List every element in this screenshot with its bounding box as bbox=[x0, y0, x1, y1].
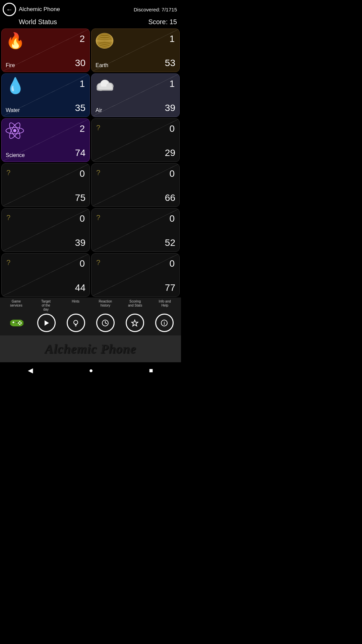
header: ← Alchemic Phone Discovered: 7/1715 bbox=[0, 0, 181, 17]
element-bottom-count: 30 bbox=[75, 58, 85, 68]
unknown-icon: ? bbox=[6, 213, 10, 222]
svg-rect-26 bbox=[16, 322, 18, 323]
unknown-icon: ? bbox=[96, 258, 100, 267]
element-card-unknown4[interactable]: ? 0 39 bbox=[1, 208, 90, 252]
svg-point-22 bbox=[19, 321, 20, 322]
unknown-icon: ? bbox=[6, 258, 10, 267]
element-top-count: 0 bbox=[79, 213, 85, 224]
svg-rect-21 bbox=[13, 321, 14, 323]
element-card-unknown1[interactable]: ? 0 29 bbox=[91, 118, 180, 162]
back-icon: ← bbox=[6, 6, 13, 13]
world-status-label: World Status bbox=[19, 18, 57, 26]
svg-rect-32 bbox=[75, 326, 76, 326]
nav-label-target-of-the-day: Target of the day bbox=[31, 300, 61, 312]
element-card-unknown5[interactable]: ? 0 52 bbox=[91, 208, 180, 252]
element-bottom-count: 66 bbox=[165, 193, 175, 203]
svg-marker-36 bbox=[132, 320, 138, 326]
atom-icon bbox=[5, 122, 25, 141]
unknown-icon: ? bbox=[96, 123, 100, 132]
svg-line-35 bbox=[105, 323, 107, 324]
element-bottom-count: 77 bbox=[165, 282, 175, 293]
element-bottom-count: 53 bbox=[165, 58, 175, 68]
unknown-icon: ? bbox=[96, 213, 100, 222]
app-banner: Alchemic Phone bbox=[0, 335, 181, 362]
nav-button-target-of-the-day[interactable] bbox=[37, 314, 56, 332]
element-label: Earth bbox=[96, 62, 108, 68]
svg-point-23 bbox=[20, 322, 22, 324]
element-top-count: 1 bbox=[169, 78, 175, 89]
bottom-nav-container: Game servicesTarget of the dayHintsReact… bbox=[0, 298, 181, 335]
svg-point-30 bbox=[74, 320, 78, 324]
element-top-count: 2 bbox=[79, 34, 85, 44]
svg-rect-31 bbox=[75, 325, 77, 325]
app-banner-text: Alchemic Phone bbox=[0, 341, 181, 356]
cloud-icon bbox=[95, 77, 115, 96]
element-top-count: 0 bbox=[169, 168, 175, 179]
bottom-nav-labels: Game servicesTarget of the dayHintsReact… bbox=[0, 300, 181, 312]
sys-home-button[interactable]: ● bbox=[89, 367, 93, 374]
element-card-science[interactable]: 2 Science 74 bbox=[1, 118, 90, 162]
element-top-count: 0 bbox=[169, 123, 175, 134]
svg-text:i: i bbox=[164, 321, 165, 326]
element-top-count: 1 bbox=[79, 78, 85, 89]
nav-label-info-and-help: Info and Help bbox=[150, 300, 180, 312]
sys-back-button[interactable]: ◀ bbox=[28, 366, 33, 374]
element-card-earth[interactable]: 1 Earth 53 bbox=[91, 29, 180, 72]
nav-button-scoring-and-stats[interactable] bbox=[126, 314, 144, 332]
element-bottom-count: 39 bbox=[165, 103, 175, 113]
svg-point-18 bbox=[13, 129, 16, 132]
element-bottom-count: 39 bbox=[75, 237, 85, 248]
element-bottom-count: 52 bbox=[165, 237, 175, 248]
element-bottom-count: 44 bbox=[75, 282, 85, 293]
nav-button-info-and-help[interactable]: i bbox=[155, 314, 174, 332]
element-top-count: 0 bbox=[79, 258, 85, 269]
element-top-count: 2 bbox=[79, 123, 85, 134]
nav-button-reaction-history[interactable] bbox=[96, 314, 115, 332]
back-button[interactable]: ← bbox=[3, 3, 16, 16]
svg-marker-29 bbox=[45, 320, 49, 326]
element-card-unknown7[interactable]: ? 0 77 bbox=[91, 253, 180, 297]
nav-label-reaction-history: Reaction history bbox=[90, 300, 120, 312]
element-label: Science bbox=[6, 152, 25, 158]
element-top-count: 0 bbox=[169, 258, 175, 269]
element-label: Air bbox=[96, 107, 102, 113]
water-icon: 💧 bbox=[6, 78, 25, 93]
nav-label-hints: Hints bbox=[61, 300, 90, 312]
svg-rect-14 bbox=[98, 87, 113, 90]
system-nav: ◀ ● ■ bbox=[0, 362, 181, 378]
svg-point-25 bbox=[19, 324, 20, 325]
element-card-unknown6[interactable]: ? 0 44 bbox=[1, 253, 90, 297]
svg-point-24 bbox=[18, 322, 19, 324]
elements-grid: 🔥 2 Fire 30 1 Earth 53 💧 1 Water 35 1 Ai… bbox=[0, 28, 181, 298]
element-card-water[interactable]: 💧 1 Water 35 bbox=[1, 73, 90, 117]
element-card-air[interactable]: 1 Air 39 bbox=[91, 73, 180, 117]
world-score-row: World Status Score: 15 bbox=[0, 17, 181, 28]
element-card-fire[interactable]: 🔥 2 Fire 30 bbox=[1, 29, 90, 72]
element-bottom-count: 74 bbox=[75, 148, 85, 158]
nav-button-hints[interactable] bbox=[67, 314, 85, 332]
element-label: Fire bbox=[6, 62, 15, 68]
element-top-count: 0 bbox=[169, 213, 175, 224]
element-top-count: 1 bbox=[169, 34, 175, 44]
nav-button-game-services[interactable] bbox=[8, 314, 26, 332]
bottom-nav-icons: i bbox=[0, 312, 181, 335]
nav-label-scoring-and-stats: Scoring and Stats bbox=[120, 300, 150, 312]
header-left: ← Alchemic Phone bbox=[3, 3, 60, 16]
unknown-icon: ? bbox=[96, 168, 100, 177]
discovered-count: Discovered: 7/1715 bbox=[134, 7, 177, 12]
element-top-count: 0 bbox=[79, 168, 85, 179]
nav-label-game-services: Game services bbox=[1, 300, 31, 312]
element-bottom-count: 75 bbox=[75, 193, 85, 203]
app-name: Alchemic Phone bbox=[19, 6, 60, 13]
element-bottom-count: 35 bbox=[75, 103, 85, 113]
fire-icon: 🔥 bbox=[6, 33, 25, 48]
unknown-icon: ? bbox=[6, 168, 10, 177]
element-label: Water bbox=[6, 107, 20, 113]
element-bottom-count: 29 bbox=[165, 148, 175, 158]
svg-rect-28 bbox=[22, 321, 23, 325]
score-label: Score: 15 bbox=[148, 18, 177, 26]
element-card-unknown3[interactable]: ? 0 66 bbox=[91, 163, 180, 207]
sys-recent-button[interactable]: ■ bbox=[149, 367, 153, 374]
svg-rect-27 bbox=[10, 321, 11, 325]
element-card-unknown2[interactable]: ? 0 75 bbox=[1, 163, 90, 207]
